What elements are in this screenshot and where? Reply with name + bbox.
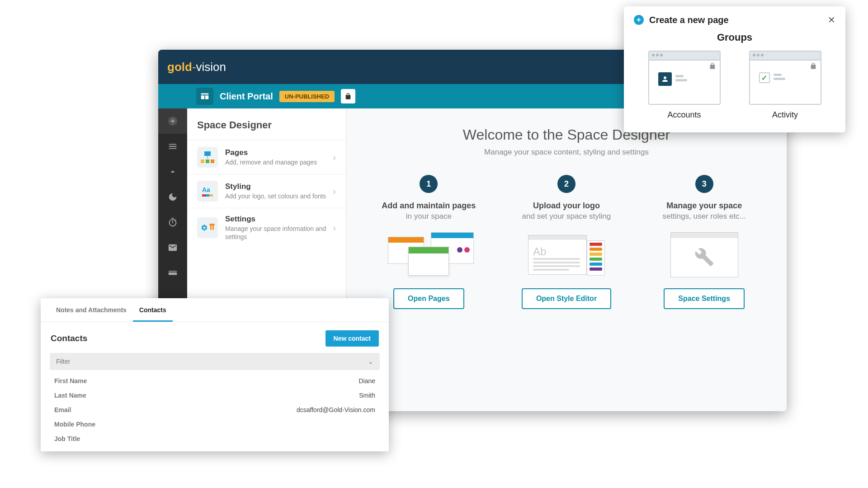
settings-icon — [197, 217, 218, 238]
tabs: Notes and Attachments Contacts — [41, 298, 389, 322]
rail-menu-button[interactable] — [158, 134, 187, 159]
lock-icon — [709, 62, 716, 71]
lines-icon — [774, 74, 785, 82]
step-2: 2 Upload your logo and set your space st… — [498, 175, 636, 309]
rail-mail-button[interactable] — [158, 235, 187, 260]
side-item-desc: Manage your space information and settin… — [225, 225, 333, 241]
logo: gold-vision — [167, 60, 226, 74]
steps-row: 1 Add and maintain pages in your space O… — [360, 175, 773, 309]
side-item-pages[interactable]: Pages Add, remove and manage pages › — [187, 140, 346, 174]
field-label: Email — [54, 406, 71, 413]
step-title: Manage your space — [640, 201, 769, 211]
popup-card-activity[interactable]: ✓ Activity — [749, 51, 821, 120]
portal-icon — [196, 88, 213, 105]
rail-add-button[interactable] — [158, 108, 187, 134]
logo-part2: vision — [196, 60, 226, 74]
new-contact-button[interactable]: New contact — [326, 330, 379, 347]
side-item-styling[interactable]: Aa Styling Add your logo, set colours an… — [187, 174, 346, 208]
main-content: Welcome to the Space Designer Manage you… — [346, 108, 787, 411]
step-title: Upload your logo — [502, 201, 631, 211]
side-item-desc: Add your logo, set colours and fonts — [225, 192, 333, 200]
mail-icon — [168, 243, 178, 253]
step-desc: in your space — [364, 211, 493, 221]
logo-part1: gold — [167, 60, 192, 74]
check-icon: ✓ — [759, 72, 770, 83]
chevron-right-icon: › — [333, 223, 336, 233]
field-value: Diane — [359, 377, 375, 385]
chevron-up-icon — [168, 167, 178, 177]
field-value: dcsafford@Gold-Vision.com — [297, 406, 375, 413]
close-button[interactable]: ✕ — [828, 14, 835, 25]
popup-card-accounts[interactable]: Accounts — [648, 51, 721, 120]
stopwatch-icon — [168, 217, 178, 227]
chevron-down-icon: ⌄ — [368, 358, 373, 365]
step-illustration — [388, 232, 469, 277]
step-desc: and set your space styling — [502, 211, 631, 221]
step-3: 3 Manage your space settings, user roles… — [635, 175, 773, 309]
side-item-title: Pages — [225, 148, 333, 157]
field-label: Last Name — [54, 392, 86, 399]
tab-contacts[interactable]: Contacts — [133, 298, 173, 322]
portal-title: Client Portal — [220, 91, 273, 102]
field-value: Smith — [359, 392, 375, 399]
step-1: 1 Add and maintain pages in your space O… — [360, 175, 498, 309]
lines-icon — [675, 75, 687, 83]
popup-header: + Create a new page ✕ — [634, 14, 835, 25]
chevron-right-icon: › — [333, 186, 336, 197]
create-page-popup: + Create a new page ✕ Groups Accounts ✓ — [624, 6, 845, 132]
contacts-header: Contacts New contact — [41, 322, 389, 353]
side-item-title: Styling — [225, 182, 333, 191]
filter-dropdown[interactable]: Filter ⌄ — [50, 353, 380, 370]
popup-section-title: Groups — [634, 32, 835, 43]
plus-icon: + — [634, 15, 644, 25]
logo-dash: - — [192, 60, 196, 74]
popup-card-label: Accounts — [648, 110, 721, 120]
step-number: 1 — [420, 175, 438, 193]
step-illustration: Ab — [526, 232, 607, 277]
pages-icon — [197, 147, 218, 168]
rail-timer-button[interactable] — [158, 210, 187, 235]
step-number: 2 — [557, 175, 576, 193]
step-title: Add and maintain pages — [364, 201, 493, 211]
table-row: Last Name Smith — [41, 388, 389, 403]
contacts-title: Contacts — [51, 333, 87, 343]
popup-title: Create a new page — [649, 15, 729, 25]
lock-button[interactable] — [341, 89, 355, 103]
chevron-right-icon: › — [333, 152, 336, 163]
lock-icon — [810, 62, 817, 71]
contacts-panel: Notes and Attachments Contacts Contacts … — [41, 298, 389, 451]
rail-payment-button[interactable] — [158, 260, 187, 286]
table-row: Email dcsafford@Gold-Vision.com — [41, 403, 389, 417]
person-icon — [658, 72, 672, 86]
field-label: Job Title — [54, 435, 80, 442]
rail-dark-button[interactable] — [158, 184, 187, 210]
table-row: Mobile Phone — [41, 417, 389, 432]
open-pages-button[interactable]: Open Pages — [393, 288, 464, 309]
space-settings-button[interactable]: Space Settings — [664, 288, 745, 309]
step-illustration — [664, 232, 745, 277]
rail-collapse-button[interactable] — [158, 159, 187, 184]
step-number: 3 — [695, 175, 713, 193]
side-item-settings[interactable]: Settings Manage your space information a… — [187, 208, 346, 247]
table-row: Job Title — [41, 432, 389, 446]
table-row: First Name Diane — [41, 374, 389, 388]
side-panel-title: Space Designer — [187, 108, 346, 140]
tab-notes[interactable]: Notes and Attachments — [50, 298, 133, 322]
step-desc: settings, user roles etc... — [640, 211, 769, 221]
popup-card-label: Activity — [749, 110, 821, 120]
filter-label: Filter — [56, 358, 70, 365]
plus-circle-icon — [168, 116, 178, 126]
payment-icon — [168, 268, 178, 278]
field-label: Mobile Phone — [54, 421, 95, 428]
welcome-subtitle: Manage your space content, styling and s… — [360, 148, 773, 157]
lock-icon — [344, 93, 352, 100]
field-label: First Name — [54, 377, 87, 385]
side-item-desc: Add, remove and manage pages — [225, 158, 333, 166]
status-badge: UN-PUBLISHED — [279, 91, 335, 102]
open-style-editor-button[interactable]: Open Style Editor — [522, 288, 611, 309]
moon-icon — [168, 192, 178, 202]
side-item-title: Settings — [225, 215, 333, 224]
styling-icon: Aa — [197, 181, 218, 202]
popup-cards: Accounts ✓ Activity — [634, 51, 835, 120]
menu-icon — [168, 141, 178, 151]
